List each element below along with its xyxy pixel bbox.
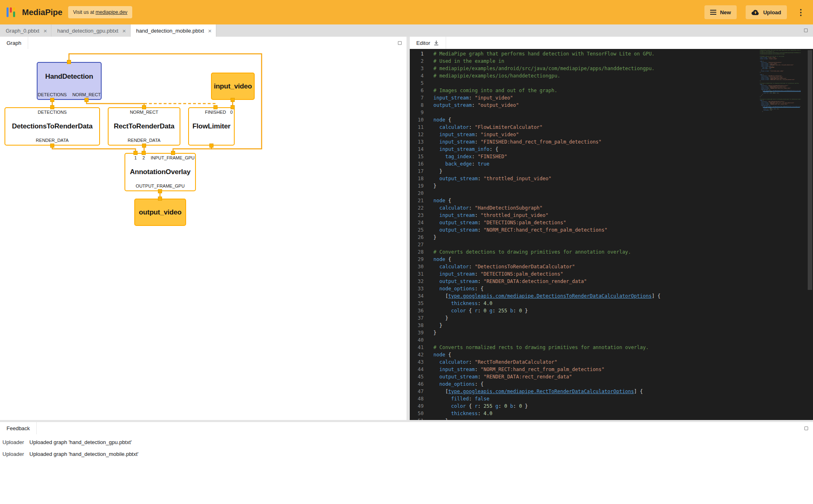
- editor-code[interactable]: 1# MediaPipe graph that performs hand de…: [410, 49, 813, 420]
- code-line[interactable]: 19}: [410, 182, 813, 190]
- code-line[interactable]: 46 node_options: {: [410, 380, 813, 388]
- code-line[interactable]: 50 thickness: 4.0: [410, 410, 813, 417]
- code-line[interactable]: 3# mediapipie/examples/android/src/java/…: [410, 65, 813, 72]
- code-line[interactable]: 38 }: [410, 322, 813, 329]
- code-line-text: }: [424, 417, 448, 420]
- code-line[interactable]: 20: [410, 190, 813, 197]
- code-line[interactable]: 32 output_stream: "RENDER_DATA:detection…: [410, 278, 813, 285]
- code-line-text: input_stream: "input_video": [424, 94, 513, 102]
- code-line[interactable]: 1# MediaPipe graph that performs hand de…: [410, 50, 813, 57]
- edge-back-edge-dashed: [144, 104, 215, 107]
- node-rect-to-render-data[interactable]: NORM_RECT RectToRenderData RENDER_DATA: [108, 107, 180, 146]
- node-flow-limiter[interactable]: FINISHED 0 FlowLimiter: [188, 107, 235, 146]
- graph-canvas[interactable]: HandDetection DETECTIONS NORM_RECT input…: [0, 49, 406, 420]
- code-line[interactable]: 37 }: [410, 314, 813, 322]
- line-number: 18: [410, 175, 424, 182]
- node-detections-to-render-data[interactable]: DETECTIONS DetectionsToRenderData RENDER…: [4, 107, 100, 146]
- port-label: NORM_RECT: [130, 110, 158, 115]
- code-line[interactable]: 41# Converts normalized rects to drawing…: [410, 344, 813, 351]
- code-line[interactable]: 28# Converts detections to drawing primi…: [410, 248, 813, 256]
- code-line[interactable]: 44 input_stream: "NORM_RECT:hand_rect_fr…: [410, 366, 813, 373]
- tab-graph[interactable]: Graph: [0, 37, 28, 49]
- tab-editor[interactable]: Editor: [410, 37, 446, 49]
- line-number: 28: [410, 248, 424, 256]
- code-line[interactable]: 33 node_options: {: [410, 285, 813, 292]
- maximize-feedback-icon[interactable]: [804, 427, 808, 430]
- close-tab-icon[interactable]: ×: [122, 28, 126, 34]
- editor-scrollbar[interactable]: [808, 50, 812, 290]
- maximize-editor-icon[interactable]: [804, 29, 808, 32]
- code-line[interactable]: 2# Used in the example in: [410, 57, 813, 65]
- node-hand-detection[interactable]: HandDetection DETECTIONS NORM_RECT: [37, 62, 102, 100]
- code-line[interactable]: 22 calculator: "HandDetectionSubgraph": [410, 204, 813, 212]
- code-line[interactable]: 42node {: [410, 351, 813, 358]
- code-line[interactable]: 4# mediapipie/examples/ios/handdetection…: [410, 72, 813, 80]
- code-line[interactable]: 11 calculator: "FlowLimiterCalculator": [410, 124, 813, 131]
- close-tab-icon[interactable]: ×: [43, 28, 47, 34]
- code-line[interactable]: 31 input_stream: "DETECTIONS:palm_detect…: [410, 270, 813, 278]
- code-line[interactable]: 26}: [410, 234, 813, 241]
- download-icon[interactable]: [433, 40, 439, 46]
- code-line[interactable]: 27: [410, 241, 813, 248]
- code-line[interactable]: 43 calculator: "RectToRenderDataCalculat…: [410, 358, 813, 366]
- mediapipe-dev-link[interactable]: mediapipe.dev: [96, 9, 127, 15]
- code-line[interactable]: 15 tag_index: "FINISHED": [410, 153, 813, 160]
- code-line[interactable]: 21node {: [410, 197, 813, 204]
- line-number: 45: [410, 373, 424, 380]
- code-line[interactable]: 13 input_stream: "FINISHED:hand_rect_fro…: [410, 138, 813, 146]
- code-line[interactable]: 29node {: [410, 256, 813, 263]
- code-line[interactable]: 49 color { r: 255 g: 0 b: 0 }: [410, 402, 813, 410]
- code-line[interactable]: 10node {: [410, 116, 813, 124]
- line-number: 3: [410, 65, 424, 72]
- code-line[interactable]: 30 calculator: "DetectionsToRenderDataCa…: [410, 263, 813, 270]
- node-output-video[interactable]: output_video: [134, 199, 186, 226]
- maximize-graph-icon[interactable]: [398, 41, 402, 45]
- file-tab[interactable]: hand_detection_mobile.pbtxt×: [131, 24, 216, 37]
- new-button[interactable]: New: [704, 5, 737, 19]
- code-line[interactable]: 14 input_stream_info: {: [410, 146, 813, 153]
- close-tab-icon[interactable]: ×: [208, 28, 212, 34]
- code-line[interactable]: 47 [type.googleapis.com/mediapipe.RectTo…: [410, 388, 813, 395]
- code-line[interactable]: 6# Images coming into and out of the gra…: [410, 87, 813, 94]
- editor-panel-header: Editor: [410, 37, 813, 49]
- line-number: 39: [410, 329, 424, 336]
- code-line[interactable]: 40: [410, 336, 813, 344]
- file-tab[interactable]: Graph_0.pbtxt×: [0, 24, 51, 37]
- code-line[interactable]: 39}: [410, 329, 813, 336]
- code-line[interactable]: 51 }: [410, 417, 813, 420]
- node-annotation-overlay[interactable]: 1 2 INPUT_FRAME_GPU AnnotationOverlay OU…: [124, 153, 196, 191]
- code-line[interactable]: 17 }: [410, 168, 813, 175]
- node-title: input_video: [212, 73, 254, 99]
- panel-splitter[interactable]: [406, 37, 410, 420]
- node-input-video[interactable]: input_video: [211, 73, 255, 100]
- upload-button[interactable]: Upload: [746, 5, 787, 19]
- topbar: MediaPipe Visit us at mediapipe.dev New …: [0, 0, 813, 24]
- code-line[interactable]: 7input_stream: "input_video": [410, 94, 813, 102]
- edge-normrect: [87, 100, 144, 107]
- code-line[interactable]: 8output_stream: "output_video": [410, 102, 813, 109]
- code-line-text: calculator: "RectToRenderDataCalculator": [424, 358, 557, 366]
- code-line[interactable]: 16 back_edge: true: [410, 160, 813, 168]
- code-line[interactable]: 25 output_stream: "NORM_RECT:hand_rect_f…: [410, 226, 813, 234]
- more-options-icon[interactable]: ⋮: [795, 7, 806, 17]
- code-line[interactable]: 23 input_stream: "throttled_input_video": [410, 212, 813, 219]
- tab-feedback[interactable]: Feedback: [0, 422, 37, 434]
- line-number: 8: [410, 102, 424, 109]
- code-line-text: [424, 241, 436, 248]
- code-line[interactable]: 12 input_stream: "input_video": [410, 131, 813, 138]
- new-button-label: New: [720, 9, 731, 15]
- code-line[interactable]: 35 thickness: 4.0: [410, 300, 813, 307]
- code-line[interactable]: 5: [410, 80, 813, 87]
- upload-button-label: Upload: [763, 9, 781, 15]
- port-label: NORM_RECT: [72, 92, 101, 97]
- code-line[interactable]: 9: [410, 109, 813, 116]
- code-line[interactable]: 48 filled: false: [410, 395, 813, 402]
- code-line[interactable]: 34 [type.googleapis.com/mediapipe.Detect…: [410, 292, 813, 300]
- line-number: 46: [410, 380, 424, 388]
- code-line[interactable]: 45 output_stream: "RENDER_DATA:rect_rend…: [410, 373, 813, 380]
- code-line[interactable]: 36 color { r: 0 g: 255 b: 0 }: [410, 307, 813, 314]
- code-line-text: [424, 80, 436, 87]
- code-line[interactable]: 24 output_stream: "DETECTIONS:palm_detec…: [410, 219, 813, 226]
- code-line[interactable]: 18 output_stream: "throttled_input_video…: [410, 175, 813, 182]
- file-tab[interactable]: hand_detection_gpu.pbtxt×: [51, 24, 130, 37]
